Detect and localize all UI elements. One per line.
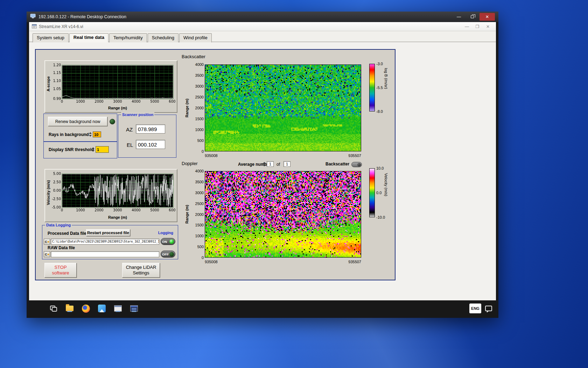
scan-scheduler-window-icon[interactable]	[113, 304, 122, 313]
rays-value-field[interactable]: 10	[93, 131, 101, 137]
rdp-title: 192.168.0.122 - Remote Desktop Connectio…	[38, 14, 453, 19]
az-label: AZ	[126, 127, 133, 132]
y-tick-label: 500	[197, 245, 204, 249]
rdp-restore-button[interactable]	[466, 13, 478, 21]
processed-data-file-label: Processed Data file	[48, 231, 86, 236]
app-minimize-button[interactable]: —	[462, 24, 472, 29]
rdp-close-button[interactable]: ✕	[479, 13, 495, 21]
stop-button-line2: software	[52, 270, 69, 276]
backscatter-cbar-tick-max: -3.0	[376, 62, 383, 66]
raw-path-field[interactable]	[51, 251, 159, 257]
el-value-field[interactable]: 000.102	[136, 140, 165, 149]
tab-wind-profile[interactable]: Wind profile	[179, 33, 212, 42]
average-spinner[interactable]	[262, 161, 266, 167]
doppler-cbar-tick-mid: 0.0	[376, 191, 382, 195]
backscatter-plot-title: Backscatter	[182, 54, 205, 59]
tab-system-setup[interactable]: System setup	[33, 33, 69, 42]
doppler-y-axis-label: Range (m)	[185, 171, 189, 258]
doppler-cbar-tick-max: 10.0	[376, 166, 384, 170]
background-led	[110, 119, 115, 124]
change-button-line1: Change LiDAR	[126, 265, 156, 270]
chat-icon[interactable]	[484, 304, 493, 313]
photos-icon[interactable]	[97, 304, 106, 313]
data-logging-group: Data Logging Processed Data file Restart…	[42, 225, 178, 259]
backscatter-heatmap	[205, 64, 361, 151]
doppler-x-labels: 935008 935507	[205, 260, 361, 264]
processed-logging-state: ON	[162, 240, 167, 244]
windows-taskbar: ENG	[29, 300, 496, 317]
backscatter-y-axis-label: Range (m)	[185, 64, 189, 151]
app-close-button[interactable]: ✕	[483, 24, 493, 29]
a-scope-x-axis-label: Range (m)	[61, 106, 174, 110]
snr-threshold-label: Display SNR threshold	[49, 147, 94, 152]
terminal-window-icon[interactable]	[130, 304, 139, 313]
y-tick-label: 2500	[195, 202, 204, 206]
y-tick-label: 500	[197, 138, 204, 143]
y-tick-label: 4000	[195, 169, 204, 173]
of-label: of	[276, 162, 280, 167]
app-titlebar[interactable]: StreamLine XR v14-6.vi — ❐ ✕	[29, 22, 496, 31]
tab-real-time-data[interactable]: Real time data	[69, 33, 108, 42]
y-tick-label: 0	[202, 255, 204, 260]
processed-logging-toggle[interactable]: ON	[161, 238, 175, 245]
data-logging-title: Data Logging	[45, 223, 72, 227]
app-icon	[32, 23, 37, 30]
raw-logging-toggle[interactable]: OFF	[161, 251, 175, 258]
average-value-field[interactable]: 1	[267, 161, 274, 167]
doppler-colorbar-label: Velocity (m/s)	[384, 173, 388, 196]
rdp-computer-icon	[30, 14, 36, 20]
a-scope-plot-frame: A-scope Range (m)	[44, 60, 177, 113]
velocity-x-axis-label: Range (m)	[61, 215, 174, 219]
doppler-x-end: 935507	[348, 260, 361, 264]
y-tick-label: 1500	[195, 223, 204, 227]
rays-spinner[interactable]	[89, 131, 92, 137]
raw-data-file-label: RAW Data file	[48, 245, 75, 250]
backscatter-overlay-label: Backscatter	[326, 162, 349, 166]
tab-scheduling[interactable]: Scheduling	[148, 33, 178, 42]
taskview-icon[interactable]	[49, 304, 58, 313]
average-total-field[interactable]: 1	[284, 161, 290, 167]
raw-logging-led-off	[169, 252, 174, 257]
backscatter-overlay-toggle[interactable]	[351, 162, 362, 167]
language-indicator[interactable]: ENG	[469, 304, 481, 313]
scanner-position-group: Scanner position AZ 078.989 EL 000.102	[118, 115, 176, 158]
scanner-position-title: Scanner position	[121, 112, 154, 117]
raw-drive-button[interactable]: C	[44, 251, 50, 257]
tab-strip: System setupReal time dataTemp/humidityS…	[29, 31, 496, 42]
rays-in-background-label: Rays in background	[49, 132, 89, 137]
stop-button-line1: STOP	[54, 265, 66, 270]
el-label: EL	[127, 142, 133, 148]
stop-software-button[interactable]: STOP software	[44, 263, 77, 278]
doppler-colorbar	[369, 168, 375, 217]
logging-label: Logging	[157, 230, 174, 235]
processed-path-field[interactable]: C:\Lidar\Data\Proc\2023\202309\20230912\…	[51, 239, 159, 245]
processed-drive-button[interactable]: C	[44, 239, 50, 245]
background-group: Renew background now Rays in background …	[43, 114, 117, 142]
renew-background-button[interactable]: Renew background now	[48, 117, 107, 126]
doppler-x-start: 935008	[205, 260, 218, 264]
snr-value-field[interactable]: 1	[96, 146, 109, 153]
backscatter-y-ticks: 40003500300025002000150010005000	[192, 64, 204, 151]
a-scope-plot	[47, 63, 175, 104]
tab-temp-humidity[interactable]: Temp/humidity	[109, 33, 147, 42]
restart-processed-file-button[interactable]: Restart processed file	[86, 229, 130, 236]
snr-spinner[interactable]	[91, 146, 95, 152]
firefox-icon[interactable]	[81, 304, 90, 313]
y-tick-label: 2500	[195, 95, 204, 99]
snr-threshold-group: Display SNR threshold 1	[43, 142, 117, 158]
rdp-window: 192.168.0.122 - Remote Desktop Connectio…	[27, 12, 498, 318]
backscatter-cbar-tick-min: -8.0	[376, 109, 383, 114]
change-lidar-settings-button[interactable]: Change LiDAR Settings	[122, 263, 160, 278]
backscatter-x-labels: 935008 935507	[205, 154, 361, 158]
rdp-titlebar[interactable]: 192.168.0.122 - Remote Desktop Connectio…	[27, 12, 498, 22]
velocity-plot	[47, 172, 175, 213]
rdp-minimize-button[interactable]: —	[453, 13, 465, 21]
doppler-y-ticks: 40003500300025002000150010005000	[192, 171, 204, 258]
doppler-colorbar-ticks: 10.0 0.0 -10.0	[376, 168, 390, 217]
y-tick-label: 3500	[195, 180, 204, 184]
velocity-plot-frame: Velocity (m/s) Range (m)	[44, 169, 177, 222]
doppler-heatmap	[205, 171, 361, 258]
app-restore-button[interactable]: ❐	[472, 24, 483, 29]
file-explorer-icon[interactable]	[65, 304, 74, 313]
az-value-field[interactable]: 078.989	[136, 124, 165, 134]
